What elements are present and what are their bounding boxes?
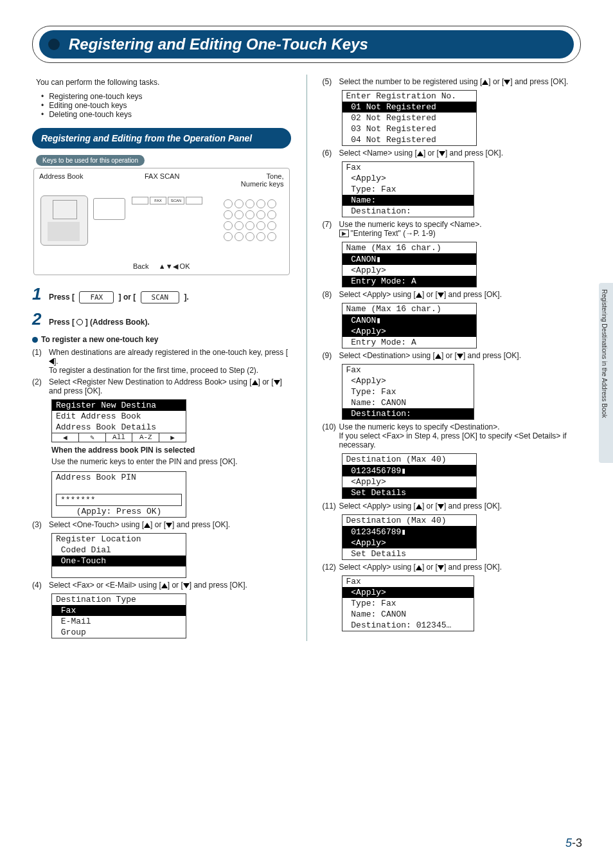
lcd-line: 04 Not Registered bbox=[342, 134, 476, 145]
up-arrow-icon bbox=[416, 504, 422, 509]
substep-number: (3) bbox=[32, 520, 49, 529]
lcd-line: Entry Mode: A bbox=[342, 337, 476, 348]
task-list: •Registering one-touch keys •Editing one… bbox=[36, 92, 291, 119]
lcd-line: Destination: 012345… bbox=[342, 620, 474, 631]
lcd-destination-apply: Destination (Max 40) 0123456789▮ <Apply>… bbox=[342, 514, 477, 560]
title-bar: Registering and Editing One-Touch Keys bbox=[39, 30, 574, 59]
substep-6: (6) Select <Name> using [] or [] and pre… bbox=[323, 149, 582, 158]
lcd-line bbox=[52, 483, 186, 494]
lcd-line bbox=[52, 566, 186, 577]
step-2: 2 Press [ ] (Address Book). bbox=[32, 309, 291, 329]
lcd-line: (Apply: Press OK) bbox=[52, 506, 186, 517]
page-number: 5-3 bbox=[565, 836, 582, 850]
substep-11-c: ] and press [OK]. bbox=[444, 502, 502, 511]
step-2-text-a: Press [ bbox=[49, 318, 75, 327]
lcd-fax-name-select: Fax <Apply> Type: Fax Name: Destination: bbox=[342, 161, 474, 217]
substep-8-b: ] or [ bbox=[422, 290, 438, 299]
substep-9-b: ] or [ bbox=[441, 351, 457, 360]
substep-1-line2: To register a destination for the first … bbox=[49, 366, 258, 375]
down-arrow-icon bbox=[274, 380, 280, 385]
pin-heading: When the address book PIN is selected bbox=[51, 445, 291, 456]
substep-1: (1) When destinations are already regist… bbox=[32, 348, 291, 375]
lcd-line: Fax bbox=[52, 605, 186, 616]
substep-6-c: ] and press [OK]. bbox=[445, 149, 503, 158]
lcd-line: Address Book Details bbox=[52, 422, 186, 433]
lcd-line: Type: Fax bbox=[342, 598, 474, 609]
bullet-dot-icon: • bbox=[41, 101, 44, 110]
lcd-line: <Apply> bbox=[342, 173, 474, 184]
substep-6-b: ] or [ bbox=[423, 149, 439, 158]
step-2-text-b: ] (Address Book). bbox=[85, 318, 150, 327]
circle-key-icon bbox=[76, 319, 83, 325]
lcd-tab: ▶ bbox=[159, 433, 186, 442]
lcd-line: Destination Type bbox=[52, 594, 186, 605]
step-number: 2 bbox=[32, 309, 49, 329]
substep-number: (4) bbox=[32, 581, 49, 590]
substep-number: (5) bbox=[323, 77, 339, 86]
substep-9: (9) Select <Destination> using [] or [] … bbox=[323, 351, 582, 360]
title-capsule: Registering and Editing One-Touch Keys bbox=[32, 26, 581, 63]
up-arrow-icon bbox=[482, 80, 488, 85]
lcd-line: Enter Registration No. bbox=[342, 91, 476, 102]
substep-12-c: ] and press [OK]. bbox=[444, 563, 502, 572]
pin-heading-text: When the address book PIN is selected bbox=[51, 446, 195, 455]
lcd-line: CANON▮ bbox=[342, 314, 476, 326]
lcd-tab: A-Z bbox=[132, 433, 159, 442]
left-arrow-icon bbox=[49, 358, 54, 365]
substep-12-b: ] or [ bbox=[422, 563, 438, 572]
substep-2-text-a: Select <Register New Destination to Addr… bbox=[49, 377, 252, 386]
down-arrow-icon bbox=[438, 293, 444, 298]
lcd-name-entry: Name (Max 16 char.) CANON▮ <Apply> Entry… bbox=[342, 242, 477, 287]
page-sub-number: -3 bbox=[572, 836, 582, 849]
down-arrow-icon bbox=[439, 151, 445, 156]
substep-7: (7) Use the numeric keys to specify <Nam… bbox=[323, 220, 582, 238]
lcd-line: Destination: bbox=[342, 408, 474, 419]
lcd-line: 02 Not Registered bbox=[342, 113, 476, 123]
substep-1-line1b: ]. bbox=[54, 357, 58, 366]
lcd-pin: Address Book PIN ******* (Apply: Press O… bbox=[51, 471, 186, 518]
side-tab-text: Registering Destinations in the Address … bbox=[601, 289, 608, 418]
column-divider bbox=[306, 75, 307, 641]
substep-10: (10) Use the numeric keys to specify <De… bbox=[323, 422, 582, 449]
lcd-line: Type: Fax bbox=[342, 386, 474, 397]
substep-3-c: ] and press [OK]. bbox=[172, 520, 230, 529]
panel-label-ok: ▲▼◀ OK bbox=[159, 262, 190, 270]
down-arrow-icon bbox=[183, 583, 190, 588]
up-arrow-icon bbox=[417, 151, 423, 156]
lcd-destination-type: Destination Type Fax E-Mail Group bbox=[51, 593, 186, 638]
substep-4-b: ] or [ bbox=[168, 581, 183, 590]
onetouch-panel-icon bbox=[40, 195, 88, 246]
display-icon bbox=[93, 198, 125, 220]
lcd-line: Destination (Max 40) bbox=[342, 515, 476, 526]
lcd-line: Name: CANON bbox=[342, 397, 474, 408]
down-arrow-icon bbox=[438, 504, 444, 509]
lcd-line: Set Details bbox=[342, 487, 476, 498]
lcd-line: Fax bbox=[342, 365, 474, 375]
lcd-tab: ✎ bbox=[79, 433, 106, 442]
substep-10-line1: Use the numeric keys to specify <Destina… bbox=[339, 422, 500, 431]
substep-2-text-b: ] or [ bbox=[258, 377, 274, 386]
lcd-line: Type: Fax bbox=[342, 184, 474, 195]
lcd-line: Register Location bbox=[52, 534, 186, 545]
lcd-tab-row: ◀ ✎ All A-Z ▶ bbox=[52, 433, 186, 442]
down-arrow-icon bbox=[504, 80, 510, 85]
bullet-dot-icon: • bbox=[41, 110, 44, 119]
lcd-line: Name (Max 16 char.) bbox=[342, 242, 476, 253]
substep-5-b: ] or [ bbox=[488, 77, 504, 86]
substep-number: (10) bbox=[323, 422, 339, 449]
right-column: (5) Select the number to be registered u… bbox=[323, 75, 582, 641]
lcd-line: <Apply> bbox=[342, 326, 476, 337]
lcd-line: E-Mail bbox=[52, 616, 186, 627]
panel-label-tone-keys: Tone, Numeric keys bbox=[241, 172, 284, 188]
down-arrow-icon bbox=[438, 565, 444, 570]
lcd-line: <Apply> bbox=[342, 476, 476, 487]
bullet-icon bbox=[32, 337, 38, 343]
lcd-line: Set Details bbox=[342, 548, 476, 559]
lcd-registration-no: Enter Registration No. 01 Not Registered… bbox=[342, 90, 477, 146]
numeric-keypad-icon bbox=[224, 199, 276, 241]
lcd-line: Destination (Max 40) bbox=[342, 454, 476, 465]
lcd-line: CANON▮ bbox=[342, 253, 476, 265]
substep-8: (8) Select <Apply> using [] or [] and pr… bbox=[323, 290, 582, 299]
task-item: Registering one-touch keys bbox=[49, 92, 142, 101]
substep-9-a: Select <Destination> using [ bbox=[339, 351, 435, 360]
